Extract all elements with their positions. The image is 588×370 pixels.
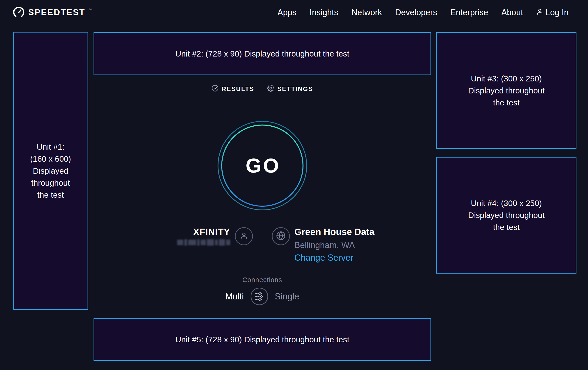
- server-block: Green House Data Bellingham, WA Change S…: [294, 227, 378, 263]
- nav-item-enterprise[interactable]: Enterprise: [450, 8, 488, 17]
- user-icon: [536, 8, 543, 17]
- ad-unit-3-text: Unit #3: (300 x 250) Displayed throughou…: [468, 73, 545, 109]
- connections-toggle-icon[interactable]: [250, 287, 268, 305]
- login-label: Log In: [546, 8, 569, 17]
- nav-item-about[interactable]: About: [501, 8, 523, 17]
- server-location: Bellingham, WA: [294, 240, 378, 250]
- server-name: Green House Data: [294, 227, 378, 237]
- ad-unit-3-rectangle[interactable]: Unit #3: (300 x 250) Displayed throughou…: [436, 32, 577, 149]
- logo-wordmark: SPEEDTEST: [28, 8, 85, 17]
- tab-settings-label: SETTINGS: [277, 86, 313, 93]
- tab-results[interactable]: RESULTS: [210, 84, 256, 94]
- connections-label: Connections: [242, 276, 282, 284]
- globe-icon: [275, 230, 286, 242]
- speedtest-page: { "nav": { "logo_text": "SPEEDTEST", "lo…: [0, 0, 588, 370]
- connections-single-option[interactable]: Single: [273, 291, 301, 302]
- connections-multi-option[interactable]: Multi: [224, 291, 245, 302]
- isp-block: XFINITY: [147, 227, 230, 246]
- user-icon: [239, 231, 249, 241]
- ad-unit-4-text: Unit #4: (300 x 250) Displayed throughou…: [468, 197, 545, 233]
- go-button-label: GO: [218, 121, 307, 210]
- server-badge: [272, 227, 290, 245]
- connection-info-row: XFINITY: [147, 227, 378, 263]
- speedometer-logo-icon: [13, 6, 24, 19]
- change-server-link[interactable]: Change Server: [294, 253, 354, 263]
- ad-unit-1-skyscraper[interactable]: Unit #1: (160 x 600) Displayed throughou…: [13, 32, 88, 310]
- multi-arrows-icon: [250, 287, 268, 305]
- results-settings-tabs: RESULTS SETTINGS: [210, 84, 315, 94]
- ad-unit-4-rectangle[interactable]: Unit #4: (300 x 250) Displayed throughou…: [436, 157, 577, 274]
- gear-icon: [267, 85, 274, 93]
- ad-unit-1-text: Unit #1: (160 x 600) Displayed throughou…: [30, 141, 71, 201]
- tab-settings[interactable]: SETTINGS: [266, 84, 315, 94]
- go-button[interactable]: GO: [218, 121, 307, 210]
- login-button[interactable]: Log In: [536, 8, 569, 17]
- speedtest-logo[interactable]: SPEEDTEST™: [13, 6, 92, 19]
- isp-name: XFINITY: [147, 227, 230, 237]
- check-circle-icon: [211, 85, 219, 93]
- isp-badge: [235, 227, 253, 245]
- redacted-ip-address: [147, 239, 230, 246]
- speedtest-main: RESULTS SETTINGS: [88, 0, 436, 370]
- connections-toggle-row: Multi Single: [224, 287, 301, 305]
- tab-results-label: RESULTS: [221, 86, 254, 93]
